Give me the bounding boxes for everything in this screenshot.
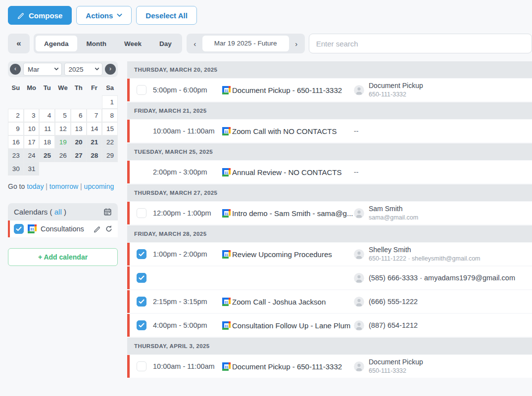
event-checkbox-checked[interactable] — [137, 297, 146, 307]
calendar-day-20[interactable]: 20 — [71, 135, 87, 149]
tab-day[interactable]: Day — [151, 36, 180, 51]
agenda-event-row[interactable]: 4:00pm - 5:00pm31Consultation Follow Up … — [127, 314, 532, 337]
agenda-event-row[interactable]: 10:00am - 11:00am31Document Pickup - 650… — [127, 355, 532, 378]
chevron-left-icon: ‹ — [14, 65, 16, 72]
event-contact-cell: -- — [354, 168, 532, 176]
agenda-date-header: THURSDAY, MARCH 20, 2025 — [127, 61, 532, 78]
calendar-day-3[interactable]: 3 — [24, 109, 40, 122]
contact-block: Sam Smithsama@gmail.com — [369, 205, 418, 221]
calendar-day-empty — [24, 95, 40, 109]
calendar-day-12[interactable]: 12 — [55, 122, 71, 135]
deselect-all-button[interactable]: Deselect All — [136, 6, 197, 25]
agenda-event-row[interactable]: 1:00pm - 2:00pm31Review Upcoming Procedu… — [127, 243, 532, 265]
tab-month[interactable]: Month — [78, 36, 115, 51]
calendar-day-6[interactable]: 6 — [71, 109, 87, 122]
collapse-sidebar-button[interactable]: « — [8, 34, 30, 53]
calendar-day-18[interactable]: 18 — [39, 135, 55, 149]
event-checkbox-unchecked[interactable] — [137, 361, 146, 371]
year-select-wrap: 2025 — [64, 63, 103, 76]
event-checkbox-checked[interactable] — [137, 273, 146, 283]
agenda-event-row[interactable]: 2:00pm - 3:00pm31Annual Review - NO CONT… — [127, 161, 532, 183]
calendar-day-24[interactable]: 24 — [24, 149, 40, 162]
calendar-day-23[interactable]: 23 — [8, 149, 24, 162]
event-checkbox-unchecked[interactable] — [137, 85, 146, 95]
calendar-day-19[interactable]: 19 — [55, 135, 71, 149]
chevron-left-icon: ‹ — [193, 40, 196, 48]
google-calendar-icon: 31 — [222, 209, 231, 218]
agenda-event-row[interactable]: 12:00pm - 1:00pm31Intro demo - Sam Smith… — [127, 202, 532, 224]
goto-upcoming-link[interactable]: upcoming — [84, 182, 114, 190]
calendar-day-31[interactable]: 31 — [24, 162, 40, 176]
actions-button[interactable]: Actions — [76, 6, 132, 25]
svg-text:31: 31 — [225, 88, 229, 92]
google-calendar-icon: 31 — [222, 362, 231, 371]
compose-label: Compose — [29, 11, 62, 20]
mini-cal-prev-button[interactable]: ‹ — [10, 64, 21, 75]
event-checkbox-checked[interactable] — [137, 320, 146, 330]
calendar-day-27[interactable]: 27 — [71, 149, 87, 162]
compose-button[interactable]: Compose — [8, 6, 72, 25]
event-checkbox-checked[interactable] — [137, 249, 146, 259]
avatar-icon — [354, 249, 364, 260]
chevron-right-icon: › — [295, 40, 297, 48]
calendar-day-29[interactable]: 29 — [102, 149, 118, 162]
month-select[interactable]: Mar — [23, 63, 62, 76]
calendar-day-5[interactable]: 5 — [55, 109, 71, 122]
checkmark-icon — [139, 299, 145, 304]
add-calendar-button[interactable]: + Add calendar — [8, 248, 118, 266]
event-checkbox-checked[interactable] — [14, 224, 24, 234]
year-select[interactable]: 2025 — [64, 63, 103, 76]
tab-agenda[interactable]: Agenda — [36, 36, 77, 51]
event-checkbox-unchecked[interactable] — [137, 208, 146, 218]
calendars-all-link[interactable]: all — [54, 208, 62, 216]
mini-cal-next-button[interactable]: › — [105, 64, 116, 75]
calendar-day-22[interactable]: 22 — [102, 135, 118, 149]
contact-placeholder: -- — [354, 168, 358, 176]
pencil-icon[interactable] — [94, 225, 101, 233]
contact-placeholder: -- — [354, 127, 358, 135]
event-contact-cell: Shelley Smith650-111-1222 · shelleysmith… — [354, 246, 532, 263]
search-input[interactable] — [309, 34, 532, 53]
google-calendar-icon: 31 — [222, 250, 231, 259]
calendar-day-2[interactable]: 2 — [8, 109, 24, 122]
sync-icon[interactable] — [105, 225, 113, 233]
calendar-day-11[interactable]: 11 — [39, 122, 55, 135]
agenda-event-row[interactable]: 5:00pm - 6:00pm31Document Pickup - 650-1… — [127, 79, 532, 101]
calendar-day-9[interactable]: 9 — [8, 122, 24, 135]
event-time: 10:00am - 11:00am — [153, 127, 218, 135]
event-contact-cell: (887) 654-1212 — [354, 320, 532, 331]
nav-row: « AgendaMonthWeekDay ‹ Mar 19 2025 - Fut… — [8, 34, 532, 53]
calendar-day-10[interactable]: 10 — [24, 122, 40, 135]
date-prev-button[interactable]: ‹ — [189, 36, 201, 51]
weekday-label: Mo — [24, 84, 40, 91]
tab-week[interactable]: Week — [116, 36, 150, 51]
calendar-day-1[interactable]: 1 — [102, 95, 118, 109]
agenda-date-header: THURSDAY, MARCH 27, 2025 — [127, 184, 532, 201]
event-title: Intro demo - Sam Smith - sama@g... — [232, 209, 353, 218]
event-title-cell: 31Document Pickup - 650-111-3332 — [218, 362, 354, 371]
calendar-day-16[interactable]: 16 — [8, 135, 24, 149]
calendar-day-15[interactable]: 15 — [102, 122, 118, 135]
app-root: Compose Actions Deselect All « AgendaMon… — [0, 0, 532, 379]
agenda-event-row[interactable]: 10:00am - 11:00am31Zoom Call with NO CON… — [127, 120, 532, 142]
goto-tomorrow-link[interactable]: tomorrow — [49, 182, 78, 190]
calendar-day-13[interactable]: 13 — [71, 122, 87, 135]
agenda-event-row[interactable]: (585) 666-3333 · amyadams1979@gmail.com — [127, 266, 532, 289]
svg-text:31: 31 — [225, 212, 229, 215]
calendar-day-30[interactable]: 30 — [8, 162, 24, 176]
calendar-day-7[interactable]: 7 — [87, 109, 102, 122]
calendar-day-25[interactable]: 25 — [39, 149, 55, 162]
google-calendar-icon: 31 — [222, 168, 231, 176]
calendar-day-4[interactable]: 4 — [39, 109, 55, 122]
svg-text:31: 31 — [225, 324, 229, 327]
agenda-event-row[interactable]: 2:15pm - 3:15pm31Zoom Call - Joshua Jack… — [127, 290, 532, 313]
calendar-day-21[interactable]: 21 — [87, 135, 102, 149]
date-next-button[interactable]: › — [290, 36, 303, 51]
calendar-day-14[interactable]: 14 — [87, 122, 102, 135]
goto-today-link[interactable]: today — [27, 182, 44, 190]
calendar-day-28[interactable]: 28 — [87, 149, 102, 162]
calendar-day-8[interactable]: 8 — [102, 109, 118, 122]
agenda-date-header: FRIDAY, MARCH 28, 2025 — [127, 225, 532, 242]
calendar-day-26[interactable]: 26 — [55, 149, 71, 162]
calendar-day-17[interactable]: 17 — [24, 135, 40, 149]
